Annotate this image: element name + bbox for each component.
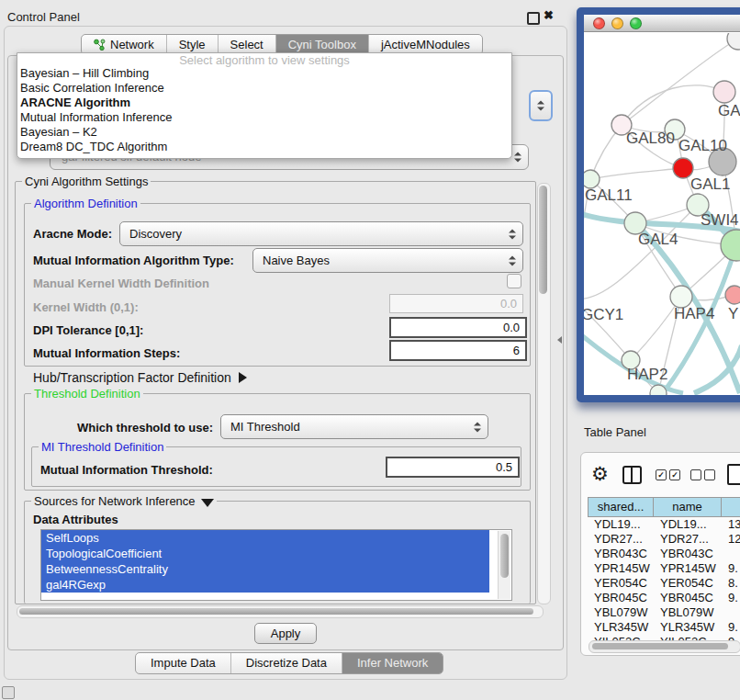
table-cell: 12 xyxy=(722,532,740,547)
minimized-panel-icon[interactable] xyxy=(2,686,15,699)
scrollbar-thumb[interactable] xyxy=(19,608,533,615)
table-row[interactable]: YBL079WYBL079W xyxy=(588,605,740,620)
mi-steps-label: Mutual Information Steps: xyxy=(33,346,180,360)
tab-label: Cyni Toolbox xyxy=(288,35,356,54)
list-vertical-scrollbar[interactable] xyxy=(498,531,510,599)
hub-definition-label: Hub/Transcription Factor Definition xyxy=(33,370,231,385)
attribute-item[interactable]: TopologicalCoefficient xyxy=(41,546,489,561)
scrollbar-thumb[interactable] xyxy=(592,643,728,649)
table-cell: YBL079W xyxy=(654,605,722,620)
network-view-window[interactable]: GAL8GAL80GAL10GAL1SWI4GAL11GAL4GCY1HAP4Y… xyxy=(577,7,740,402)
tab-select[interactable]: Select xyxy=(219,35,276,54)
node-salmon[interactable] xyxy=(725,286,740,304)
which-threshold-combo[interactable]: MI Threshold xyxy=(220,414,488,439)
tab-jactivemnodules[interactable]: jActiveMNodules xyxy=(369,35,482,54)
panel-collapse-icon[interactable] xyxy=(557,336,562,344)
hub-definition-section[interactable]: Hub/Transcription Factor Definition xyxy=(33,370,247,385)
inference-algorithm-combo-fragment[interactable] xyxy=(529,90,553,121)
tab-label: Network xyxy=(110,35,154,54)
tab-network[interactable]: Network xyxy=(82,35,167,54)
table-cell: YBR043C xyxy=(654,547,722,561)
table-horizontal-scrollbar[interactable] xyxy=(589,640,740,653)
which-threshold-label: Which threshold to use: xyxy=(77,421,213,435)
document-icon[interactable] xyxy=(727,464,740,485)
table-cell: 13 xyxy=(722,517,740,532)
algorithm-option[interactable]: ARACNE Algorithm xyxy=(17,96,511,110)
table-body: YDL19...YDL19...13YDR27...YDR27...12YBR0… xyxy=(588,517,740,640)
unchecked-checkbox-icon[interactable] xyxy=(704,469,715,480)
settings-group-title: Cyni Algorithm Settings xyxy=(22,175,151,188)
table-cell: YDL19... xyxy=(654,517,722,532)
split-columns-icon[interactable] xyxy=(622,466,642,484)
mi-type-value: Naive Bayes xyxy=(263,249,330,272)
tab-style[interactable]: Style xyxy=(167,35,219,54)
table-cell: YBR045C xyxy=(588,591,654,605)
mi-type-combo[interactable]: Naive Bayes xyxy=(252,248,523,273)
algorithm-option[interactable]: Bayesian – Hill Climbing xyxy=(17,66,511,81)
settings-vertical-scrollbar[interactable] xyxy=(537,183,551,604)
network-graph[interactable]: GAL8GAL80GAL10GAL1SWI4GAL11GAL4GCY1HAP4Y… xyxy=(584,33,740,395)
network-edge[interactable] xyxy=(590,168,683,179)
dpi-tolerance-input[interactable]: 0.0 xyxy=(389,317,527,338)
minimize-traffic-light[interactable] xyxy=(611,17,623,29)
column-header-name[interactable]: name xyxy=(654,497,722,517)
table-row[interactable]: YDL19...YDL19...13 xyxy=(588,517,740,532)
sources-title[interactable]: Sources for Network Inference xyxy=(31,494,217,508)
kernel-width-input[interactable]: 0.0 xyxy=(389,294,523,313)
unchecked-checkbox-icon[interactable] xyxy=(690,469,701,480)
attribute-item[interactable]: BetweennessCentrality xyxy=(41,561,489,577)
column-header-A[interactable]: A xyxy=(722,497,740,517)
node-label-gal8: GAL8 xyxy=(718,102,740,119)
attribute-item[interactable]: gal4RGexp xyxy=(41,577,489,593)
data-attributes-list[interactable]: SelfLoopsTopologicalCoefficientBetweenne… xyxy=(40,529,512,601)
attribute-item[interactable]: SelfLoops xyxy=(41,530,489,546)
table-row[interactable]: YLR345WYLR345W9. xyxy=(588,620,740,635)
manual-kernel-label: Manual Kernel Width Definition xyxy=(33,277,209,290)
settings-horizontal-scrollbar[interactable] xyxy=(17,605,544,618)
node-gal11[interactable] xyxy=(584,170,600,188)
mi-steps-input[interactable]: 6 xyxy=(389,340,527,361)
mi-threshold-input[interactable]: 0.5 xyxy=(386,457,520,478)
apply-button[interactable]: Apply xyxy=(254,623,317,644)
combo-stepper-icon xyxy=(474,422,480,432)
node-pink-top[interactable] xyxy=(713,81,735,103)
table-row[interactable]: YER054CYER054C8. xyxy=(588,576,740,591)
scrollbar-thumb[interactable] xyxy=(539,186,547,294)
close-panel-icon[interactable]: ✖ xyxy=(544,8,554,22)
algorithm-option[interactable]: Mutual Information Inference xyxy=(17,110,511,125)
network-window-titlebar[interactable] xyxy=(584,15,740,32)
float-panel-icon[interactable] xyxy=(527,12,540,25)
scrollbar-thumb[interactable] xyxy=(500,534,509,578)
table-row[interactable]: YBR043CYBR043C xyxy=(588,547,740,561)
algorithm-option[interactable]: Dream8 DC_TDC Algorithm xyxy=(17,140,511,154)
table-cell: YPR145W xyxy=(654,561,722,576)
node-label-gcy1: GCY1 xyxy=(584,306,623,323)
manual-kernel-checkbox[interactable] xyxy=(507,274,521,288)
table-row[interactable]: YPR145WYPR145W9. xyxy=(588,561,740,576)
node-label-hap4: HAP4 xyxy=(674,305,714,322)
column-header-shared...[interactable]: shared... xyxy=(588,497,654,517)
algorithm-option[interactable]: Bayesian – K2 xyxy=(17,125,511,140)
gear-icon[interactable]: ⚙ xyxy=(591,463,609,485)
table-row[interactable]: YDR27...YDR27...12 xyxy=(588,532,740,547)
checked-checkbox-icon[interactable]: ✓ xyxy=(656,469,667,480)
close-traffic-light[interactable] xyxy=(593,17,605,29)
zoom-traffic-light[interactable] xyxy=(630,17,642,29)
table-row[interactable]: YBR045CYBR045C9. xyxy=(588,591,740,605)
aracne-mode-label: Aracne Mode: xyxy=(33,227,112,241)
node-partial-top[interactable] xyxy=(727,33,740,50)
tab-infer-network[interactable]: Infer Network xyxy=(342,653,443,673)
screen: { "control_panel": { "title": "Control P… xyxy=(0,0,740,700)
node-label-y: Y xyxy=(728,305,738,322)
node-label-gal11: GAL11 xyxy=(585,186,633,204)
tab-cyni-toolbox[interactable]: Cyni Toolbox xyxy=(276,35,369,54)
algorithm-option[interactable]: Basic Correlation Inference xyxy=(17,81,511,96)
collapse-down-icon xyxy=(201,499,214,507)
checked-checkbox-icon[interactable]: ✓ xyxy=(669,469,680,480)
aracne-mode-combo[interactable]: Discovery xyxy=(119,221,523,246)
network-edge[interactable] xyxy=(622,85,724,125)
tab-impute-data[interactable]: Impute Data xyxy=(136,653,231,673)
which-threshold-value: MI Threshold xyxy=(230,415,300,438)
table-cell: YPR145W xyxy=(588,561,654,576)
tab-discretize-data[interactable]: Discretize Data xyxy=(231,653,342,673)
